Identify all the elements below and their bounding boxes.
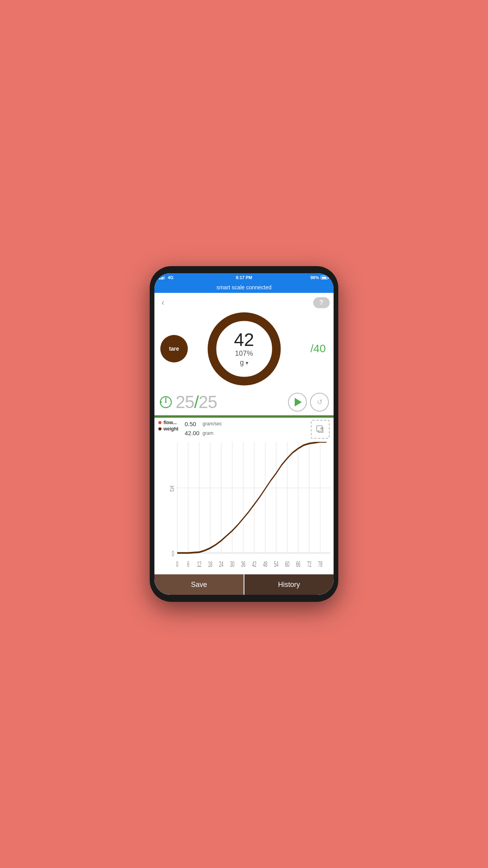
flow-value: 0.50: [185, 420, 200, 428]
timer-icon: [159, 395, 172, 409]
weight-legend-item: weight: [158, 426, 178, 432]
gauge-value: 42: [234, 331, 254, 349]
legend-units: gram/sec gram: [203, 420, 222, 438]
main-content: ‹ ? tare 42 107%: [154, 293, 334, 595]
weight-label: weight: [163, 426, 178, 432]
svg-text:25: 25: [170, 484, 174, 493]
svg-text:24: 24: [219, 559, 223, 568]
chart-wrapper: 0 25 0 6 12 18 24 30 36 42 48 54 60: [154, 440, 334, 574]
export-icon: [316, 425, 325, 434]
history-button[interactable]: History: [244, 574, 334, 595]
timer-row: 25/25 ↺: [154, 390, 334, 414]
timer-total: 25: [198, 392, 217, 412]
signal-icon: [159, 276, 165, 280]
app-header: smart scale connected: [154, 282, 334, 293]
weight-unit: gram: [203, 429, 222, 438]
svg-text:48: 48: [263, 559, 267, 568]
ring-center: 42 107% g ▾: [234, 331, 254, 367]
chart-legend: flow... weight 0.50 42.00 gram/sec gram: [154, 417, 334, 440]
phone-frame: 4G 8:17 PM 98% smart scale connected: [150, 266, 338, 602]
svg-text:18: 18: [208, 559, 212, 568]
gauge-percent: 107%: [235, 349, 253, 358]
battery-icon: [321, 276, 329, 280]
svg-text:0: 0: [176, 559, 178, 568]
flow-dot: [158, 421, 161, 424]
legend-labels: flow... weight: [158, 420, 178, 432]
unit-row: g ▾: [240, 359, 248, 367]
svg-text:60: 60: [285, 559, 289, 568]
app-title: smart scale connected: [216, 284, 272, 291]
weight-value: 42.00: [185, 429, 200, 437]
svg-text:6: 6: [187, 559, 189, 568]
svg-text:72: 72: [307, 559, 311, 568]
bottom-buttons: Save History: [154, 574, 334, 595]
help-button[interactable]: ?: [313, 297, 330, 308]
status-left: 4G: [159, 275, 174, 280]
svg-text:30: 30: [230, 559, 234, 568]
gauge-unit: g: [240, 359, 244, 367]
back-button[interactable]: ‹: [158, 296, 167, 309]
export-button[interactable]: [311, 420, 330, 439]
target-label: /40: [310, 342, 326, 355]
flow-unit: gram/sec: [203, 420, 222, 428]
play-icon: [295, 398, 302, 406]
save-button[interactable]: Save: [154, 574, 244, 595]
nav-row: ‹ ?: [158, 296, 330, 309]
status-bar: 4G 8:17 PM 98%: [154, 273, 334, 282]
ring-gauge: 42 107% g ▾: [206, 311, 283, 387]
battery-percent: 98%: [310, 275, 319, 280]
tare-button[interactable]: tare: [160, 335, 188, 362]
reset-icon: ↺: [317, 398, 323, 406]
svg-point-4: [160, 401, 162, 403]
time-label: 8:17 PM: [236, 275, 252, 280]
chart-section: flow... weight 0.50 42.00 gram/sec gram: [154, 417, 334, 574]
flow-label: flow...: [163, 420, 177, 425]
svg-text:54: 54: [274, 559, 278, 568]
unit-chevron-icon[interactable]: ▾: [246, 360, 248, 366]
svg-text:66: 66: [296, 559, 300, 568]
svg-text:0: 0: [172, 549, 174, 558]
reset-button[interactable]: ↺: [310, 393, 329, 412]
play-button[interactable]: [288, 393, 307, 412]
legend-values: 0.50 42.00: [185, 420, 200, 437]
top-section: ‹ ? tare 42 107%: [154, 293, 334, 390]
timer-display: 25/25: [176, 392, 285, 412]
network-label: 4G: [168, 275, 174, 280]
chart-svg: 0 25 0 6 12 18 24 30 36 42 48 54 60: [165, 442, 330, 574]
phone-screen: 4G 8:17 PM 98% smart scale connected: [154, 273, 334, 595]
svg-text:12: 12: [197, 559, 201, 568]
weight-dot: [158, 427, 161, 430]
status-right: 98%: [310, 275, 329, 280]
flow-legend-item: flow...: [158, 420, 178, 425]
gauge-area: tare 42 107% g ▾: [158, 309, 330, 388]
svg-text:36: 36: [241, 559, 245, 568]
svg-text:78: 78: [318, 559, 322, 568]
timer-separator: /: [194, 392, 198, 412]
svg-text:42: 42: [252, 559, 256, 568]
timer-current: 25: [176, 392, 194, 412]
